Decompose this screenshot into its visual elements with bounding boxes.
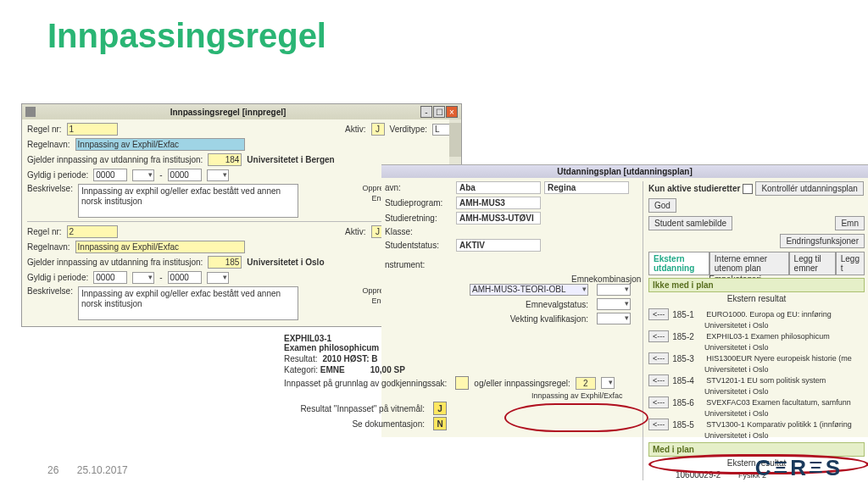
inst-label: Gjelder innpassing av utdanning fra inst…	[27, 155, 203, 164]
innpassingsregel-select[interactable]	[601, 377, 615, 389]
result-text: STV1300-1 Komparativ politikk 1 (innføri…	[706, 420, 865, 429]
periode-fra-select[interactable]	[132, 169, 154, 181]
se-dokumentasjon-input[interactable]: N	[433, 417, 447, 430]
exphil-detail-panel: EXPHIL03-1 Examen philosophicum Resultat…	[284, 334, 648, 432]
detail-name: Examen philosophicum	[284, 343, 648, 352]
regelnavn-text: Innpassing av Exphil/Exfac	[531, 391, 623, 400]
fornavn-field[interactable]: Aba	[456, 181, 541, 194]
ceres-logo: CΞRΞS	[755, 455, 843, 481]
result-code: 185-3	[672, 354, 703, 363]
regelnr-input[interactable]: 2	[67, 225, 118, 238]
maximize-button[interactable]: ☐	[433, 106, 445, 118]
result-row: <---185-1EURO1000. Europa og EU: innføri…	[648, 308, 865, 321]
inst-navn: Universitetet i Oslo	[247, 258, 324, 267]
kunaktive-checkbox[interactable]	[743, 184, 753, 194]
result-text: STV1201-1 EU som politisk system	[706, 376, 865, 385]
kontroller-button[interactable]: Kontrollér utdanningsplan	[755, 181, 863, 196]
result-text: EXPHIL03-1 Examen philosophicum	[706, 332, 865, 341]
ikkeplan-header: Ikke med i plan	[648, 278, 865, 292]
regelnavn-label: Regelnavn:	[27, 140, 70, 149]
result-code: 185-2	[672, 332, 703, 341]
medplan-code: 10600029-2	[676, 470, 735, 480]
endrings-button[interactable]: Endringsfunksjoner	[780, 234, 865, 248]
student-panel: avn: Aba Regina Studieprogram: AMH-MUS3 …	[385, 181, 639, 480]
slide-date: 25.10.2017	[77, 464, 128, 476]
innpassingsregel-input[interactable]: 2	[576, 377, 596, 390]
result-text: SVEXFAC03 Examen facultatum, samfunn	[706, 398, 865, 407]
result-code: 185-5	[672, 420, 703, 430]
assign-arrow-button[interactable]: <---	[648, 352, 669, 364]
periode-til-input[interactable]: 0000	[168, 271, 202, 284]
emn-button[interactable]: Emn	[835, 216, 865, 230]
assign-arrow-button[interactable]: <---	[648, 419, 669, 430]
regelnr-label: Regel nr:	[27, 125, 62, 134]
kunaktive-label: Kun aktive studieretter	[648, 184, 740, 193]
inst-kode-input[interactable]: 184	[208, 153, 242, 166]
aktiv-label: Aktiv:	[345, 125, 365, 134]
studieprogram-field[interactable]: AMH-MUS3	[456, 197, 541, 209]
verditype-label: Verditype:	[390, 125, 427, 134]
ekstern-resultat-header: Ekstern resultat	[648, 292, 865, 305]
aktiv-input[interactable]: J	[371, 123, 385, 136]
minimize-button[interactable]: -	[420, 106, 432, 118]
periode-til-select[interactable]	[207, 272, 229, 284]
godkjenningssak-input[interactable]	[455, 376, 469, 390]
result-sub: Universitetet i Oslo	[648, 343, 865, 352]
result-row: <---185-4STV1201-1 EU som politisk syste…	[648, 374, 865, 387]
result-text: EURO1000. Europa og EU: innføring	[706, 310, 865, 319]
slide-title: Innpassingsregel	[0, 0, 868, 64]
emnekombinasjon-select[interactable]: AMH-MUS3-TEORI-OBL	[470, 284, 588, 296]
result-code: 185-6	[672, 398, 703, 408]
detail-code: EXPHIL03-1	[284, 334, 648, 343]
emnekategori-select[interactable]	[597, 284, 631, 296]
regelnr-input[interactable]: 1	[67, 123, 118, 136]
inst-navn: Universitetet i Bergen	[247, 155, 334, 164]
assign-arrow-button[interactable]: <---	[648, 374, 669, 386]
result-code: 185-4	[672, 376, 703, 385]
tab-leggt[interactable]: Legg t	[836, 252, 865, 274]
result-row: <---185-3HIS1300EUR Nyere europeisk hist…	[648, 352, 865, 365]
assign-arrow-button[interactable]: <---	[648, 308, 669, 320]
periode-fra-select[interactable]	[132, 272, 154, 284]
tab-leggtil[interactable]: Legg til emner	[789, 252, 836, 274]
periode-til-input[interactable]: 0000	[168, 169, 202, 181]
gyldig-label: Gyldig i periode:	[27, 170, 88, 180]
assign-arrow-button[interactable]: <---	[648, 396, 669, 408]
periode-fra-input[interactable]: 0000	[93, 271, 127, 284]
result-sub: Universitetet i Oslo	[648, 365, 865, 374]
right-panel: Kun aktive studieretter Kontrollér utdan…	[643, 181, 865, 480]
result-sub: Universitetet i Oslo	[648, 321, 865, 330]
window-icon	[25, 107, 36, 117]
result-text: HIS1300EUR Nyere europeisk historie (me	[706, 354, 865, 363]
god-button[interactable]: God	[648, 198, 676, 213]
tab-ekstern[interactable]: Ekstern utdanning	[648, 252, 709, 274]
beskriv-textarea[interactable]: Innpassing av exphil og/eller exfac best…	[78, 286, 298, 320]
result-row: <---185-2EXPHIL03-1 Examen philosophicum	[648, 330, 865, 343]
inst-kode-input[interactable]: 185	[208, 256, 242, 269]
window-titlebar: Innpassingsregel [innpregel] - ☐ ×	[22, 104, 461, 119]
studieretning-field[interactable]: AMH-MUS3-UTØVI	[456, 212, 541, 225]
emnevalg-select[interactable]	[597, 298, 631, 310]
tab-interne[interactable]: Interne emner utenom plan	[709, 252, 789, 274]
regelnavn-input[interactable]: Innpassing av Exphil/Exfac	[75, 138, 245, 151]
result-sub: Universitetet i Oslo	[648, 387, 865, 396]
periode-til-select[interactable]	[207, 169, 229, 181]
result-sub: Universitetet i Oslo	[648, 409, 865, 418]
studentstatus-field[interactable]: AKTIV	[456, 239, 541, 252]
periode-fra-input[interactable]: 0000	[93, 169, 127, 181]
resultat-innpasset-input[interactable]: J	[433, 402, 447, 415]
close-button[interactable]: ×	[446, 106, 458, 118]
beskriv-textarea[interactable]: Innpassing av exphil og/eller exfac best…	[78, 184, 298, 218]
slide-footer: 26 25.10.2017	[47, 464, 143, 476]
assign-arrow-button[interactable]: <---	[648, 330, 669, 342]
regelnavn-input[interactable]: Innpassing av Exphil/Exfac	[75, 241, 245, 253]
result-sub: Universitetet i Oslo	[648, 431, 865, 440]
samlebilde-button[interactable]: Student samlebilde	[648, 216, 732, 230]
result-code: 185-1	[672, 310, 703, 319]
result-row: <---185-5STV1300-1 Komparativ politikk 1…	[648, 418, 865, 431]
window-title: Innpassingsregel [innpregel]	[39, 108, 417, 117]
detail-resultat: 2010 HØST: B	[322, 354, 377, 363]
vekting-select[interactable]	[597, 313, 631, 324]
result-row: <---185-6SVEXFAC03 Examen facultatum, sa…	[648, 396, 865, 409]
etternavn-field[interactable]: Regina	[544, 181, 629, 194]
